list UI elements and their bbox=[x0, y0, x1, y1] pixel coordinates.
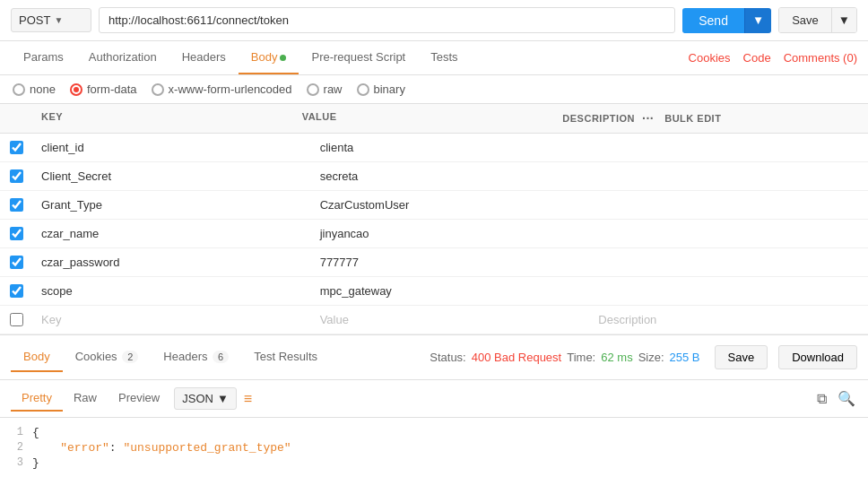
th-checkbox bbox=[0, 104, 32, 133]
placeholder-checkbox[interactable] bbox=[10, 313, 23, 326]
row-1-checkbox-cell bbox=[0, 134, 32, 161]
tab-tests[interactable]: Tests bbox=[418, 41, 470, 74]
row-3-checkbox[interactable] bbox=[10, 198, 23, 212]
option-binary[interactable]: binary bbox=[357, 82, 405, 96]
row-5-value[interactable]: 777777 bbox=[311, 248, 590, 276]
placeholder-value[interactable]: Value bbox=[311, 306, 590, 334]
table-row: czar_password 777777 bbox=[0, 248, 868, 277]
fmt-tab-pretty[interactable]: Pretty bbox=[11, 386, 63, 412]
radio-form-data bbox=[70, 83, 82, 96]
top-bar: POST ▼ Send ▼ Save ▼ bbox=[0, 0, 868, 41]
send-button-group: Send ▼ bbox=[682, 8, 771, 33]
row-2-key[interactable]: Client_Secret bbox=[32, 162, 311, 190]
tab-body[interactable]: Body bbox=[239, 41, 299, 74]
option-urlencoded[interactable]: x-www-form-urlencoded bbox=[152, 82, 292, 96]
row-3-description[interactable] bbox=[589, 191, 868, 219]
bulk-edit-button[interactable]: Bulk Edit bbox=[664, 113, 721, 124]
row-5-checkbox[interactable] bbox=[10, 256, 23, 269]
response-bar: Body Cookies 2 Headers 6 Test Results St… bbox=[0, 335, 868, 380]
save-button[interactable]: Save bbox=[779, 8, 831, 32]
placeholder-checkbox-cell bbox=[0, 306, 32, 334]
row-6-description[interactable] bbox=[589, 277, 868, 305]
row-4-checkbox[interactable] bbox=[10, 227, 23, 240]
line-num-3: 3 bbox=[0, 456, 32, 469]
row-3-checkbox-cell bbox=[0, 191, 32, 219]
fmt-tab-preview[interactable]: Preview bbox=[108, 386, 170, 412]
request-tabs: Params Authorization Headers Body Pre-re… bbox=[0, 41, 868, 75]
code-link[interactable]: Code bbox=[743, 51, 771, 65]
format-chevron-icon: ▼ bbox=[217, 392, 229, 405]
size-value: 255 B bbox=[670, 351, 700, 364]
tab-headers[interactable]: Headers bbox=[169, 41, 239, 74]
row-4-checkbox-cell bbox=[0, 220, 32, 247]
format-select-label: JSON bbox=[182, 392, 213, 405]
send-button[interactable]: Send bbox=[682, 8, 744, 33]
row-6-key[interactable]: scope bbox=[32, 277, 311, 305]
tab-pre-request[interactable]: Pre-request Script bbox=[299, 41, 418, 74]
resp-tab-cookies[interactable]: Cookies 2 bbox=[63, 343, 152, 372]
row-2-checkbox[interactable] bbox=[10, 169, 23, 183]
search-icon[interactable]: 🔍 bbox=[836, 388, 857, 409]
tab-params[interactable]: Params bbox=[11, 41, 76, 74]
row-6-value[interactable]: mpc_gateway bbox=[311, 277, 590, 305]
row-1-key[interactable]: client_id bbox=[32, 134, 311, 161]
more-options-icon[interactable]: ··· bbox=[642, 111, 654, 126]
method-select[interactable]: POST ▼ bbox=[11, 8, 91, 32]
th-description-label: DESCRIPTION bbox=[562, 113, 635, 124]
url-input[interactable] bbox=[99, 7, 675, 33]
response-save-button[interactable]: Save bbox=[715, 345, 768, 369]
line-content-3[interactable]: } bbox=[32, 456, 868, 470]
option-none[interactable]: none bbox=[13, 82, 56, 96]
placeholder-key[interactable]: Key bbox=[32, 306, 311, 334]
tab-authorization[interactable]: Authorization bbox=[76, 41, 169, 74]
option-form-data[interactable]: form-data bbox=[70, 82, 137, 96]
row-4-key[interactable]: czar_name bbox=[32, 220, 311, 247]
row-3-value[interactable]: CzarCustomUser bbox=[311, 191, 590, 219]
row-1-value[interactable]: clienta bbox=[311, 134, 590, 161]
urlencoded-label: x-www-form-urlencoded bbox=[169, 82, 292, 96]
row-2-value[interactable]: secreta bbox=[311, 162, 590, 190]
row-1-checkbox[interactable] bbox=[10, 141, 23, 154]
send-dropdown-button[interactable]: ▼ bbox=[744, 8, 771, 33]
table-placeholder-row: Key Value Description bbox=[0, 306, 868, 334]
row-1-description[interactable] bbox=[589, 134, 868, 161]
resp-tab-body[interactable]: Body bbox=[11, 343, 63, 372]
headers-badge: 6 bbox=[213, 351, 229, 363]
copy-icon[interactable]: ⧉ bbox=[815, 388, 829, 409]
save-button-group: Save ▼ bbox=[778, 7, 857, 33]
row-2-description[interactable] bbox=[589, 162, 868, 190]
row-5-checkbox-cell bbox=[0, 248, 32, 276]
status-info: Status: 400 Bad Request Time: 62 ms Size… bbox=[430, 345, 857, 369]
option-raw[interactable]: raw bbox=[307, 82, 343, 96]
placeholder-description[interactable]: Description bbox=[589, 306, 868, 334]
th-key: KEY bbox=[32, 104, 293, 133]
fmt-tab-raw[interactable]: Raw bbox=[63, 386, 108, 412]
table-row: czar_name jinyancao bbox=[0, 220, 868, 248]
line-num-2: 2 bbox=[0, 441, 32, 454]
save-dropdown-button[interactable]: ▼ bbox=[831, 8, 856, 32]
comments-link[interactable]: Comments (0) bbox=[784, 51, 857, 65]
th-description: DESCRIPTION ··· Bulk Edit bbox=[553, 104, 814, 133]
row-4-description[interactable] bbox=[589, 220, 868, 247]
resp-tab-test-results[interactable]: Test Results bbox=[241, 343, 330, 372]
body-active-dot bbox=[280, 55, 286, 61]
radio-urlencoded bbox=[152, 83, 164, 96]
wrap-lines-icon[interactable]: ≡ bbox=[244, 391, 252, 407]
size-label: Size: bbox=[638, 351, 664, 364]
table-row: Client_Secret secreta bbox=[0, 162, 868, 191]
code-line-2: 2 "error": "unsupported_grant_type" bbox=[0, 440, 868, 455]
line-content-2[interactable]: "error": "unsupported_grant_type" bbox=[32, 441, 868, 455]
row-4-value[interactable]: jinyancao bbox=[311, 220, 590, 247]
response-download-button[interactable]: Download bbox=[778, 345, 857, 369]
resp-tab-headers[interactable]: Headers 6 bbox=[151, 343, 241, 372]
radio-binary bbox=[357, 83, 369, 96]
line-content-1[interactable]: { bbox=[32, 426, 868, 439]
row-5-key[interactable]: czar_password bbox=[32, 248, 311, 276]
none-label: none bbox=[30, 82, 56, 96]
cookies-link[interactable]: Cookies bbox=[689, 51, 731, 65]
row-5-description[interactable] bbox=[589, 248, 868, 276]
row-6-checkbox[interactable] bbox=[10, 284, 23, 298]
response-code-area: 1 { 2 "error": "unsupported_grant_type" … bbox=[0, 418, 868, 477]
row-3-key[interactable]: Grant_Type bbox=[32, 191, 311, 219]
format-select[interactable]: JSON ▼ bbox=[174, 387, 237, 410]
